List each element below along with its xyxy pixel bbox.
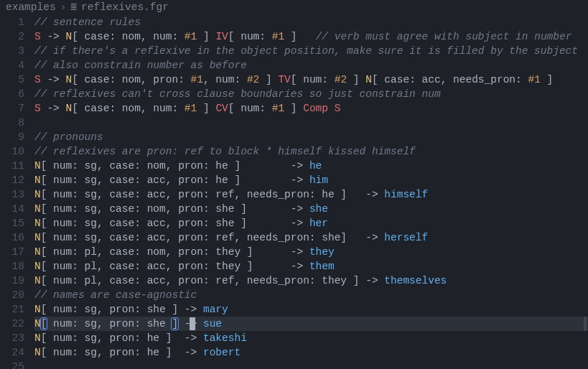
line-number: 17 bbox=[0, 245, 24, 259]
line-number: 25 bbox=[0, 360, 24, 369]
token: // if there's a reflexive in the object … bbox=[34, 45, 578, 57]
token: N bbox=[34, 232, 41, 243]
token: S bbox=[34, 103, 41, 114]
token: #2 bbox=[247, 74, 259, 85]
code-line[interactable]: N[ num: sg, case: nom, pron: he ] -> he bbox=[34, 159, 588, 173]
editor[interactable]: 1234567891011121314151617181920212223242… bbox=[0, 14, 588, 369]
token: robert bbox=[203, 347, 241, 358]
token: #1 bbox=[191, 74, 203, 85]
line-number: 20 bbox=[0, 288, 24, 302]
code-line[interactable]: N[ num: sg, case: nom, pron: she ] -> sh… bbox=[34, 202, 588, 216]
token: N bbox=[34, 304, 41, 315]
line-number: 13 bbox=[0, 187, 24, 202]
token: ] bbox=[541, 74, 553, 85]
token: N bbox=[34, 332, 41, 344]
line-number: 12 bbox=[0, 173, 24, 187]
token: [ num: sg, pron: he ] -> bbox=[41, 347, 203, 358]
code-line[interactable]: N[ num: sg, case: acc, pron: ref, needs_… bbox=[34, 230, 588, 245]
token: #1 bbox=[185, 103, 197, 114]
code-line[interactable] bbox=[34, 116, 588, 130]
line-number: 3 bbox=[0, 44, 24, 58]
token: [ num: sg, pron: she ] -> bbox=[41, 304, 203, 315]
line-number: 1 bbox=[0, 15, 24, 29]
token: [ case: nom, num: bbox=[72, 31, 185, 42]
token: N bbox=[34, 275, 41, 286]
token: num: sg, pron: she bbox=[47, 318, 172, 330]
code-area[interactable]: // sentence rulesS -> N[ case: nom, num:… bbox=[34, 14, 588, 369]
line-number: 4 bbox=[0, 58, 24, 73]
line-number: 18 bbox=[0, 259, 24, 274]
breadcrumb-folder[interactable]: examples bbox=[6, 0, 56, 14]
token: [ num: sg, case: acc, pron: she ] -> bbox=[41, 218, 309, 229]
token: [ num: sg, case: acc, pron: ref, needs_p… bbox=[41, 189, 385, 200]
token: sue bbox=[203, 318, 222, 330]
token: // reflexives are pron: ref to block * h… bbox=[34, 146, 416, 157]
code-line[interactable]: // pronouns bbox=[34, 130, 588, 144]
token: he bbox=[309, 160, 322, 172]
token: S bbox=[34, 31, 41, 42]
token: N bbox=[66, 74, 73, 85]
code-line[interactable]: S -> N[ case: nom, num: #1 ] IV[ num: #1… bbox=[34, 29, 588, 44]
token: [ num: sg, case: nom, pron: he ] -> bbox=[41, 160, 309, 172]
code-line[interactable] bbox=[34, 360, 588, 369]
token: they bbox=[309, 246, 335, 258]
token: her bbox=[309, 218, 328, 229]
code-line[interactable]: // reflexives can't cross clause boundar… bbox=[34, 87, 588, 101]
code-line[interactable]: N[ num: sg, case: acc, pron: she ] -> he… bbox=[34, 216, 588, 230]
code-line[interactable]: N[ num: sg, case: acc, pron: he ] -> him bbox=[34, 173, 588, 187]
code-line[interactable]: N[ num: pl, case: acc, pron: ref, needs_… bbox=[34, 274, 588, 288]
line-number: 10 bbox=[0, 144, 24, 159]
token: [ num: sg, case: nom, pron: she ] -> bbox=[41, 203, 309, 215]
line-number: 15 bbox=[0, 216, 24, 230]
line-number: 5 bbox=[0, 73, 24, 87]
line-number: 23 bbox=[0, 331, 24, 345]
code-line[interactable]: N[ num: sg, pron: she ] -> mary bbox=[34, 302, 588, 317]
token: TV bbox=[278, 74, 290, 85]
token: #1 bbox=[272, 103, 284, 114]
token: ] bbox=[259, 74, 278, 85]
line-number: 2 bbox=[0, 29, 24, 44]
token: -> bbox=[41, 31, 66, 42]
token: herself bbox=[384, 232, 428, 243]
line-number: 16 bbox=[0, 230, 24, 245]
token: #1 bbox=[528, 74, 540, 85]
code-line[interactable]: // names are case-agnostic bbox=[34, 288, 588, 302]
token: Comp bbox=[303, 103, 328, 114]
code-line[interactable]: // reflexives are pron: ref to block * h… bbox=[34, 144, 588, 159]
token: // pronouns bbox=[34, 131, 103, 143]
token: [ num: pl, case: nom, pron: they ] -> bbox=[41, 246, 309, 258]
code-line[interactable]: N[ num: sg, pron: he ] -> takeshi bbox=[34, 331, 588, 345]
token: // reflexives can't cross clause boundar… bbox=[34, 88, 441, 100]
code-line[interactable]: N[ num: sg, pron: she ] -> sue bbox=[34, 317, 588, 331]
token: [ case: nom, pron: bbox=[72, 74, 190, 85]
code-line[interactable]: // if there's a reflexive in the object … bbox=[34, 44, 588, 58]
token: -> bbox=[41, 103, 66, 114]
code-line[interactable]: S -> N[ case: nom, pron: #1, num: #2 ] T… bbox=[34, 73, 588, 87]
token: ] bbox=[197, 103, 215, 114]
line-number: 9 bbox=[0, 130, 24, 144]
token: ] bbox=[284, 103, 303, 114]
code-line[interactable]: // sentence rules bbox=[34, 15, 588, 29]
code-line[interactable]: N[ num: sg, case: acc, pron: ref, needs_… bbox=[34, 187, 588, 202]
code-line[interactable]: S -> N[ case: nom, num: #1 ] CV[ num: #1… bbox=[34, 101, 588, 116]
token: ] bbox=[172, 318, 178, 330]
code-line[interactable]: N[ num: pl, case: nom, pron: they ] -> t… bbox=[34, 245, 588, 259]
token: N bbox=[66, 31, 73, 42]
token: takeshi bbox=[203, 332, 247, 344]
line-number: 6 bbox=[0, 87, 24, 101]
code-line[interactable]: // also constrain number as before bbox=[34, 58, 588, 73]
token: [ num: bbox=[291, 74, 335, 85]
token: N bbox=[34, 347, 41, 358]
token: IV bbox=[215, 31, 228, 42]
token: CV bbox=[215, 103, 228, 114]
code-line[interactable]: N[ num: pl, case: acc, pron: they ] -> t… bbox=[34, 259, 588, 274]
token bbox=[328, 103, 335, 114]
code-line[interactable]: N[ num: sg, pron: he ] -> robert bbox=[34, 345, 588, 360]
breadcrumb[interactable]: examples › ≣ reflexives.fgr bbox=[0, 0, 588, 14]
breadcrumb-file[interactable]: reflexives.fgr bbox=[81, 0, 169, 14]
line-number: 14 bbox=[0, 202, 24, 216]
token: ] bbox=[347, 74, 365, 85]
token: N bbox=[34, 203, 41, 215]
token: ] bbox=[197, 31, 215, 42]
token: she bbox=[309, 203, 328, 215]
